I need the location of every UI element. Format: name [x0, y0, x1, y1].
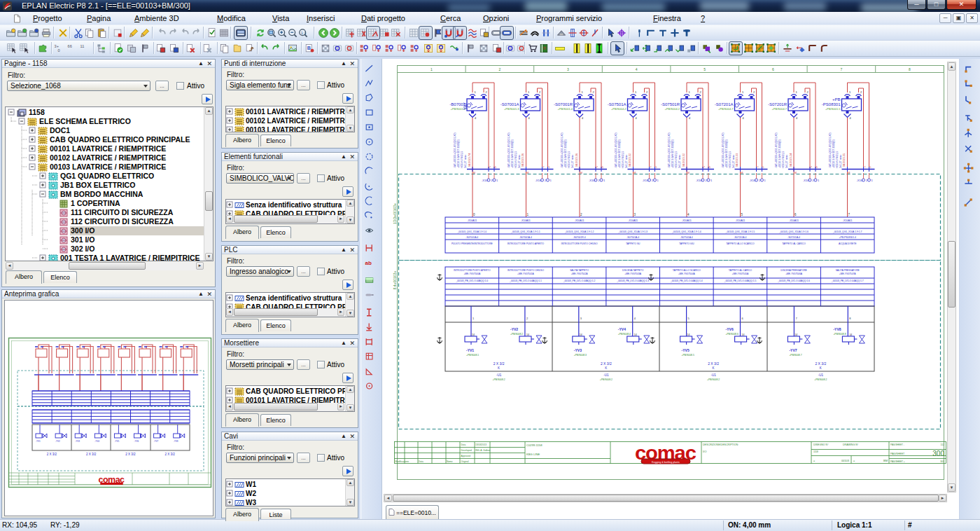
- svg-text:-X10: -X10: [857, 179, 863, 182]
- svg-text:=: =: [853, 460, 855, 462]
- svg-text:-YV1: -YV1: [466, 348, 474, 352]
- svg-text:+0010 3-WH 007 3500(E): +0010 3-WH 007 3500(E): [832, 139, 835, 168]
- svg-text:14: 14: [849, 333, 852, 336]
- svg-text:-X10: -X10: [589, 179, 595, 182]
- svg-text:00103 LAVATRICE / RIEMPITR: 00103 LAVATRICE / RIEMPITR: [246, 126, 345, 132]
- svg-text:-WE+00103+QG1-X2 (QG1.X2): -WE+00103+QG1-X2 (QG1.X2): [561, 132, 564, 168]
- svg-text:1: 1: [849, 90, 851, 94]
- svg-text:-S07001R: -S07001R: [554, 102, 573, 106]
- svg-text:-YV5: -YV5: [682, 348, 690, 352]
- svg-text:13/03/2013: 13/03/2013: [475, 443, 486, 446]
- svg-text:_00103_QG1_X10A 1.9:1.5: _00103_QG1_X10A 1.9:1.5: [725, 230, 755, 233]
- svg-text:5: 5: [870, 166, 872, 169]
- svg-text:1: 1: [527, 213, 529, 216]
- svg-text:300 I/O: 300 I/O: [71, 226, 94, 235]
- svg-text:INTRODUTTORE PUSTO CHIUSO: INTRODUTTORE PUSTO CHIUSO: [561, 242, 598, 245]
- svg-text:H05VV-F4G1,5: H05VV-F4G1,5: [782, 151, 785, 168]
- svg-text:04.0023.35: 04.0023.35: [843, 153, 846, 167]
- svg-text:K: K: [713, 366, 715, 370]
- svg-text:4: 4: [796, 116, 798, 120]
- svg-text:1: 1: [689, 90, 691, 94]
- svg-text:2 X 3/2: 2 X 3/2: [164, 453, 175, 456]
- svg-text:-X10: -X10: [803, 179, 809, 182]
- svg-text:7: 7: [650, 166, 652, 169]
- svg-text:M: M: [794, 172, 797, 174]
- svg-text:-WE+00103+QG1-X2 (QG1.X2): -WE+00103+QG1-X2 (QG1.X2): [507, 132, 510, 168]
- svg-text:INTRODUTTORE PUSTO APERTO: INTRODUTTORE PUSTO APERTO: [454, 269, 491, 272]
- svg-text:2 X 3/2: 2 X 3/2: [125, 453, 136, 456]
- svg-text:1158: 1158: [29, 108, 45, 116]
- svg-text:-PS08301: -PS08301: [822, 102, 841, 106]
- svg-text:SALITA PRESSATORE: SALITA PRESSATORE: [836, 269, 860, 272]
- svg-text:+PB/S008.7: +PB/S008.7: [789, 354, 802, 357]
- svg-text:4: 4: [850, 116, 852, 120]
- svg-text:+PB/S008.2: +PB/S008.2: [510, 333, 523, 336]
- svg-text:+0010 3-WH 007 3500(E): +0010 3-WH 007 3500(E): [671, 139, 674, 168]
- svg-text:2: 2: [486, 90, 488, 94]
- svg-text:-S07501R: -S07501R: [661, 102, 680, 106]
- svg-text:301: 301: [940, 460, 944, 463]
- svg-text:-S07501A.4: -S07501A.4: [680, 236, 693, 239]
- svg-text:14: 14: [687, 333, 690, 336]
- svg-text:-S07201A: -S07201A: [715, 102, 734, 106]
- svg-text:PAG/SHEET: PAG/SHEET: [890, 453, 905, 455]
- svg-text:Approved: Approved: [461, 455, 471, 457]
- svg-text:Developed: Developed: [461, 449, 472, 452]
- svg-text:Kegging & bottling plants: Kegging & bottling plants: [652, 461, 680, 464]
- svg-text:K: K: [820, 366, 822, 370]
- svg-text:+0010 3-WH 007 3500(E): +0010 3-WH 007 3500(E): [778, 139, 781, 168]
- svg-text:_00103_QG1_X10A 1.9:1.2: _00103_QG1_X10A 1.9:1.2: [564, 230, 594, 233]
- svg-text:H05VV-F4G1,5: H05VV-F4G1,5: [622, 151, 624, 168]
- svg-text:0: 0: [57, 48, 59, 53]
- svg-text:-WE+00103+QG1-X2 (QG1.X2): -WE+00103+QG1-X2 (QG1.X2): [615, 132, 617, 168]
- svg-text:1 COPERTINA: 1 COPERTINA: [71, 199, 120, 207]
- svg-text:+PB/S004.2: +PB/S004.2: [611, 107, 626, 111]
- svg-text:1: 1: [475, 90, 477, 94]
- svg-text:-S07001R.4: -S07001R.4: [573, 236, 586, 239]
- svg-text:M: M: [687, 172, 690, 174]
- svg-text:TAPPETO ALLO SCARICO: TAPPETO ALLO SCARICO: [673, 269, 701, 272]
- svg-text:4: 4: [687, 213, 690, 216]
- svg-text:4: 4: [689, 116, 691, 120]
- svg-text:1: 1: [528, 90, 530, 94]
- svg-text:5: 5: [688, 317, 690, 320]
- svg-text:14: 14: [472, 333, 475, 336]
- svg-text:+0010 3-WH 007 3500(E): +0010 3-WH 007 3500(E): [564, 139, 567, 168]
- svg-text:Senza identificativo struttura: Senza identificativo struttura: [246, 201, 342, 209]
- svg-text:-S07201R: -S07201R: [768, 102, 788, 106]
- svg-text:-S07001A.4: -S07001A.4: [519, 236, 532, 239]
- svg-text:3: 3: [634, 213, 636, 216]
- svg-text:+PB/S008.2: +PB/S008.2: [707, 378, 720, 381]
- svg-text:+ME-YV07503A: +ME-YV07503A: [624, 273, 642, 275]
- svg-text:0: 0: [473, 213, 475, 216]
- svg-text:+PB/S004.7: +PB/S004.7: [718, 107, 734, 111]
- svg-text:-YV7: -YV7: [789, 348, 797, 352]
- svg-text:04.0023.33: 04.0023.33: [736, 153, 738, 167]
- svg-text:-WE+00103+QG1-X2 (QG1.X2): -WE+00103+QG1-X2 (QG1.X2): [829, 132, 832, 168]
- svg-text:5: 5: [741, 213, 743, 216]
- svg-text:7: 7: [811, 166, 812, 169]
- svg-text:+PB/S001.4: +PB/S001.4: [558, 107, 573, 111]
- svg-text:_00103_PB_LV1-O.04AQQ:1.1: _00103_PB_LV1-O.04AQQ:1.1: [509, 280, 542, 282]
- svg-text:4: 4: [475, 116, 477, 120]
- svg-text:-S07201A.4: -S07201A.4: [788, 236, 800, 239]
- svg-text:7: 7: [795, 317, 797, 320]
- svg-text:4: 4: [636, 116, 638, 120]
- svg-text:TAPPETO ALLO SCARICO: TAPPETO ALLO SCARICO: [726, 242, 755, 245]
- svg-text:K: K: [605, 366, 607, 370]
- svg-text:TAPPETO SU: TAPPETO SU: [626, 242, 640, 245]
- svg-text:-WE+00103+QG1-X2 (QG1.X2): -WE+00103+QG1-X2 (QG1.X2): [722, 132, 724, 168]
- svg-text:1: 1: [818, 179, 820, 182]
- svg-text:-X10A11: -X10A11: [682, 219, 692, 222]
- svg-text:M: M: [741, 172, 743, 174]
- svg-text:112: 112: [941, 443, 945, 446]
- svg-text:H05VV-F4G1,5: H05VV-F4G1,5: [568, 151, 570, 168]
- svg-text:H05VV-F4G1,5: H05VV-F4G1,5: [729, 151, 732, 168]
- svg-text:66: 66: [68, 44, 72, 48]
- svg-text:C0299.1158: C0299.1158: [526, 443, 542, 447]
- svg-text:04.0023.24: 04.0023.24: [790, 153, 792, 167]
- svg-text:_00103_QG1_X10A 1.9:1.4: _00103_QG1_X10A 1.9:1.4: [671, 230, 701, 233]
- svg-text:-X10: -X10: [696, 179, 702, 182]
- svg-text:+PB/S008.4: +PB/S008.4: [618, 333, 631, 336]
- svg-text:+PB/S008.8: +PB/S008.8: [833, 333, 846, 336]
